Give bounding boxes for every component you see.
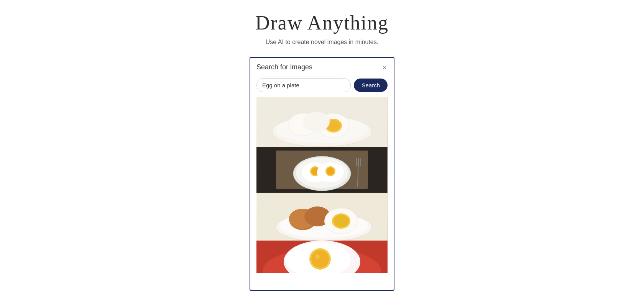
modal-title: Search for images — [256, 63, 312, 71]
search-row: Search — [250, 75, 394, 97]
image-result-1[interactable] — [256, 97, 388, 147]
search-modal: Search for images × Search — [250, 57, 394, 291]
search-button[interactable]: Search — [354, 79, 388, 92]
image-result-2[interactable] — [256, 147, 388, 193]
close-button[interactable]: × — [381, 64, 388, 71]
svg-point-42 — [315, 254, 320, 259]
svg-point-20 — [327, 167, 334, 175]
page-title: Draw Anything — [255, 11, 389, 34]
image-list — [250, 97, 394, 290]
search-input[interactable] — [256, 78, 351, 92]
modal-header: Search for images × — [250, 58, 394, 75]
image-result-3[interactable] — [256, 193, 388, 241]
svg-point-41 — [311, 250, 329, 268]
page-subtitle: Use AI to create novel images in minutes… — [266, 39, 378, 46]
svg-point-10 — [303, 112, 330, 132]
svg-point-35 — [334, 215, 349, 227]
image-result-4[interactable] — [256, 241, 388, 273]
